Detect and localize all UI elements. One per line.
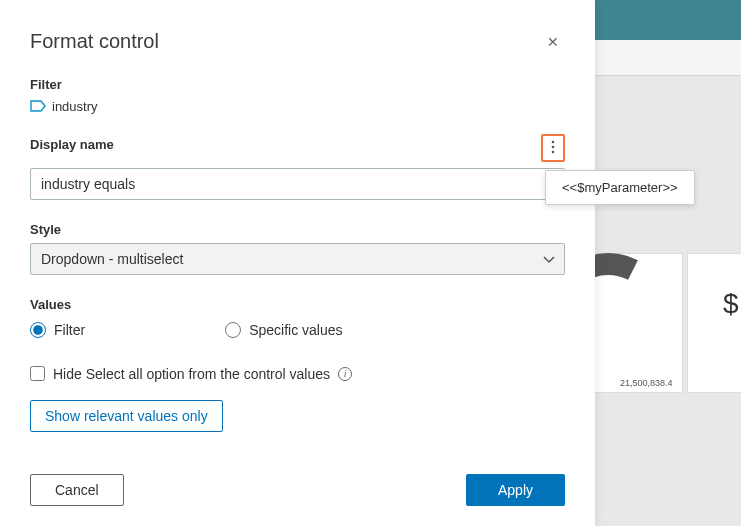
style-select[interactable]: Dropdown - multiselect: [30, 243, 565, 275]
panel-title: Format control: [30, 30, 159, 53]
display-name-label: Display name: [30, 137, 114, 152]
kebab-icon: [551, 140, 555, 154]
parameter-tooltip-text: <<$myParameter>>: [562, 180, 678, 195]
bg-kpi-tile-dollar: [687, 253, 741, 393]
panel-footer: Cancel Apply: [30, 454, 565, 506]
parameter-tooltip[interactable]: <<$myParameter>>: [545, 170, 695, 205]
display-name-section: Display name: [30, 134, 565, 200]
radio-specific-input[interactable]: [225, 322, 241, 338]
style-section: Style Dropdown - multiselect: [30, 222, 565, 275]
info-icon[interactable]: i: [338, 367, 352, 381]
cancel-button[interactable]: Cancel: [30, 474, 124, 506]
svg-point-1: [552, 145, 555, 148]
svg-point-2: [552, 150, 555, 153]
kebab-highlight: [541, 134, 565, 162]
tag-icon: [30, 100, 46, 112]
values-label: Values: [30, 297, 565, 312]
close-button[interactable]: ✕: [541, 32, 565, 52]
display-name-menu-button[interactable]: [545, 138, 561, 156]
show-relevant-values-button[interactable]: Show relevant values only: [30, 400, 223, 432]
hide-select-all-checkbox[interactable]: [30, 366, 45, 381]
style-label: Style: [30, 222, 565, 237]
hide-select-all-row[interactable]: Hide Select all option from the control …: [30, 366, 565, 382]
panel-header: Format control ✕: [30, 30, 565, 53]
display-name-input[interactable]: [30, 168, 565, 200]
filter-label: Filter: [30, 77, 565, 92]
style-select-value: Dropdown - multiselect: [41, 251, 183, 267]
bg-gauge-value: 21,500,838.4: [620, 378, 673, 388]
apply-button[interactable]: Apply: [466, 474, 565, 506]
filter-pill[interactable]: industry: [30, 99, 98, 114]
radio-filter[interactable]: Filter: [30, 322, 85, 338]
bg-gauge-arc: [593, 260, 673, 380]
radio-specific-label: Specific values: [249, 322, 342, 338]
close-icon: ✕: [547, 34, 559, 50]
values-section: Values Filter Specific values: [30, 297, 565, 338]
radio-specific-values[interactable]: Specific values: [225, 322, 342, 338]
hide-select-all-label: Hide Select all option from the control …: [53, 366, 330, 382]
radio-filter-label: Filter: [54, 322, 85, 338]
radio-filter-input[interactable]: [30, 322, 46, 338]
filter-pill-text: industry: [52, 99, 98, 114]
filter-section: Filter industry: [30, 77, 565, 134]
svg-point-0: [552, 140, 555, 143]
format-control-panel: Format control ✕ Filter industry Display…: [0, 0, 595, 526]
bg-dollar-sign: $: [723, 288, 739, 320]
